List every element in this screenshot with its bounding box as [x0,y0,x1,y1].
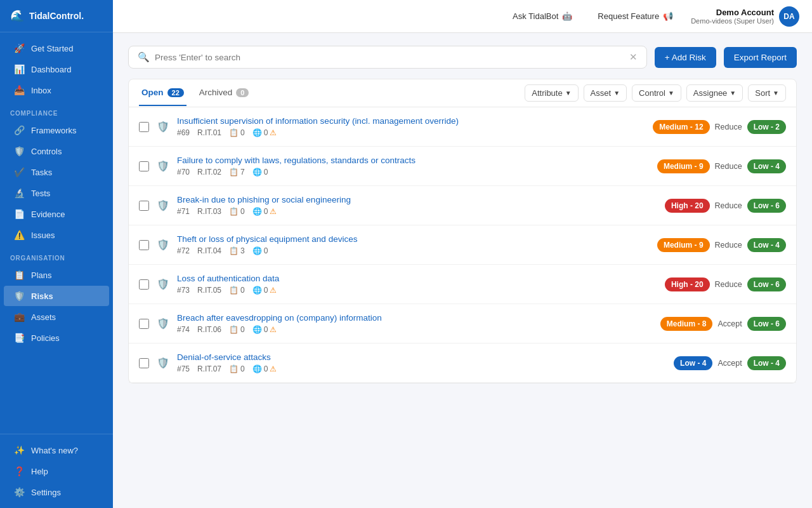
risk-title-link[interactable]: Breach after eavesdropping on (company) … [177,313,653,323]
action-text: Reduce [715,201,742,210]
risk-shield-icon: 🛡️ [157,199,169,211]
get-started-icon: 🚀 [14,43,25,53]
control-chevron-icon: ▼ [668,90,674,97]
sidebar-item-issues[interactable]: ⚠️ Issues [4,225,109,245]
risk-title-link[interactable]: Denial-of-service attacks [177,352,666,362]
asset-filter-button[interactable]: Asset ▼ [584,84,627,102]
tidalbot-icon: 🤖 [562,11,572,21]
action-text: Accept [717,359,742,368]
sidebar-item-get-started[interactable]: 🚀 Get Started [4,38,109,58]
risk-title-link[interactable]: Failure to comply with laws, regulations… [177,156,650,165]
action-text: Reduce [715,123,742,131]
risk-title-link[interactable]: Theft or loss of physical equipment and … [177,234,650,244]
globe-meta: 🌐 0 [252,246,268,255]
risk-title-link[interactable]: Insufficient supervision of information … [177,116,645,126]
residual-badge: Low - 2 [747,120,786,134]
account-name: Demo Account [691,8,774,17]
action-text: Accept [717,319,742,328]
sidebar-item-tests[interactable]: 🔬 Tests [4,183,109,203]
globe-meta: 🌐 0 ⚠ [252,128,277,137]
risk-meta: #73 R.IT.05 📋 0 🌐 0 ⚠ [177,286,657,295]
risk-shield-icon: 🛡️ [157,239,169,251]
avatar[interactable]: DA [779,6,799,27]
attribute-filter-button[interactable]: Attribute ▼ [525,84,578,102]
residual-badge: Low - 6 [747,317,786,331]
tab-open[interactable]: Open 22 [139,80,187,106]
sidebar-item-settings[interactable]: ⚙️ Settings [4,482,109,502]
sidebar-item-inbox[interactable]: 📥 Inbox [4,80,109,100]
risk-code: R.IT.06 [197,325,221,334]
sidebar-item-policies[interactable]: 📑 Policies [4,328,109,348]
risk-code: R.IT.02 [197,168,221,177]
row-checkbox[interactable] [139,201,149,211]
tasks-meta: 📋 0 [229,286,245,295]
account-info: Demo Account Demo-videos (Super User) DA [691,6,799,27]
tab-archived[interactable]: Archived 0 [197,80,252,106]
action-text: Reduce [715,162,742,171]
control-filter-button[interactable]: Control ▼ [632,84,681,102]
sort-button[interactable]: Sort ▼ [748,84,786,102]
globe-meta: 🌐 0 ⚠ [252,286,277,295]
risk-shield-icon: 🛡️ [157,160,169,172]
risk-badges: High - 20 Reduce Low - 6 [665,199,786,213]
risk-info: Theft or loss of physical equipment and … [177,234,650,255]
sidebar-item-evidence[interactable]: 📄 Evidence [4,204,109,224]
risk-info: Loss of authentication data #73 R.IT.05 … [177,274,657,295]
sidebar-item-plans[interactable]: 📋 Plans [4,265,109,285]
filters-group: Attribute ▼ Asset ▼ Control ▼ Assignee ▼… [525,79,786,107]
settings-icon: ⚙️ [14,487,25,497]
row-checkbox[interactable] [139,279,149,290]
sidebar-item-dashboard[interactable]: 📊 Dashboard [4,59,109,79]
sidebar-item-help[interactable]: ❓ Help [4,461,109,481]
plans-icon: 📋 [14,270,25,280]
search-icon: 🔍 [138,51,150,63]
attribute-chevron-icon: ▼ [565,90,572,97]
export-report-button[interactable]: Export Report [724,47,797,68]
compliance-section-label: COMPLIANCE [0,101,113,119]
sidebar-item-frameworks[interactable]: 🔗 Frameworks [4,120,109,140]
risk-info: Failure to comply with laws, regulations… [177,156,650,177]
sidebar-item-assets[interactable]: 💼 Assets [4,307,109,327]
row-checkbox[interactable] [139,358,149,368]
help-icon: ❓ [14,466,25,476]
table-controls: Open 22 Archived 0 Attribute ▼ Asset ▼ [128,79,797,107]
table-row: 🛡️ Breach after eavesdropping on (compan… [129,304,796,344]
risk-title-link[interactable]: Break-in due to phishing or social engin… [177,195,657,204]
residual-badge: Low - 4 [747,238,786,252]
tasks-meta: 📋 7 [229,168,245,177]
risk-id: #69 [177,128,190,137]
globe-meta: 🌐 0 ⚠ [252,207,277,216]
request-feature-button[interactable]: Request Feature 📢 [590,8,681,25]
sidebar-logo[interactable]: 🌊 TidalControl. [0,0,113,32]
assignee-filter-button[interactable]: Assignee ▼ [686,84,743,102]
ask-tidalbot-button[interactable]: Ask TidalBot 🤖 [505,8,580,25]
main-area: Ask TidalBot 🤖 Request Feature 📢 Demo Ac… [113,0,812,508]
globe-meta: 🌐 0 [252,168,268,177]
sidebar-item-whats-new[interactable]: ✨ What's new? [4,440,109,460]
risk-info: Break-in due to phishing or social engin… [177,195,657,216]
row-checkbox[interactable] [139,319,149,329]
sidebar-item-tasks[interactable]: ✔️ Tasks [4,162,109,182]
risk-code: R.IT.05 [197,286,221,295]
risk-shield-icon: 🛡️ [157,278,169,290]
residual-badge: Low - 4 [747,159,786,173]
row-checkbox[interactable] [139,240,149,250]
risk-title-link[interactable]: Loss of authentication data [177,274,657,283]
search-input[interactable] [155,53,624,62]
risk-meta: #71 R.IT.03 📋 0 🌐 0 ⚠ [177,207,657,216]
add-risk-button[interactable]: + Add Risk [655,47,716,68]
assignee-chevron-icon: ▼ [730,90,736,97]
archived-count-badge: 0 [236,88,249,97]
row-checkbox[interactable] [139,161,149,171]
severity-badge: Medium - 8 [660,317,713,331]
clear-search-icon[interactable]: ✕ [629,51,638,63]
residual-badge: Low - 4 [747,356,786,370]
table-row: 🛡️ Loss of authentication data #73 R.IT.… [129,265,796,304]
sidebar-item-controls[interactable]: 🛡️ Controls [4,141,109,161]
row-checkbox[interactable] [139,122,149,132]
risk-id: #72 [177,246,190,255]
sidebar: 🌊 TidalControl. 🚀 Get Started 📊 Dashboar… [0,0,113,508]
risk-badges: Medium - 9 Reduce Low - 4 [657,159,786,173]
table-row: 🛡️ Theft or loss of physical equipment a… [129,225,796,265]
sidebar-item-risks[interactable]: 🛡️ Risks [4,286,109,306]
